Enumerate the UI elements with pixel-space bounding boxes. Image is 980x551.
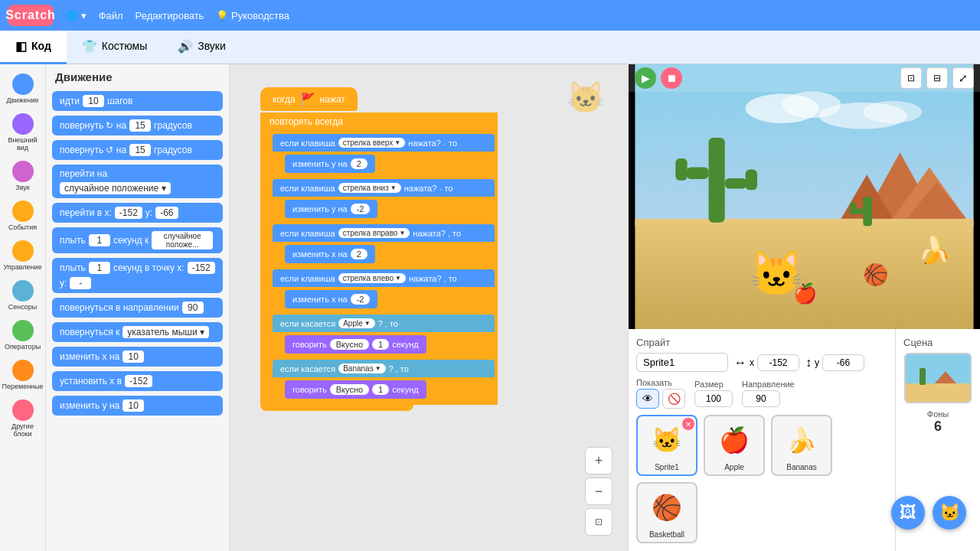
looks-color: [12, 113, 34, 135]
sprite-item-basketball[interactable]: 🏀 Basketball: [636, 482, 697, 543]
if-header-bananas[interactable]: если касается Bananas ▼ ? , то: [273, 360, 495, 377]
fullscreen-button[interactable]: ⤢: [952, 67, 974, 89]
category-sound[interactable]: Звук: [4, 158, 42, 194]
if-header-apple[interactable]: если касается Apple ▼ ? , то: [273, 315, 495, 332]
sprite-item-apple[interactable]: 🍎 Apple: [704, 415, 765, 476]
sprite-x-input[interactable]: [757, 354, 799, 371]
add-backdrop-fab[interactable]: 🖼: [891, 496, 925, 530]
block-change-y[interactable]: изменить у на 10: [52, 396, 223, 416]
control-color: [12, 240, 34, 262]
if-header-right[interactable]: если клавиша стрелка вправо ▼ нажата? , …: [273, 224, 495, 242]
category-motion[interactable]: Движение: [4, 70, 42, 107]
block-point-towards[interactable]: повернуться к указатель мыши ▾: [52, 322, 223, 342]
blocks-panel-title: Движение: [52, 70, 223, 83]
right-panel: ▶ ⏹ ⊡ ⊟ ⤢: [628, 64, 980, 551]
change-y-up[interactable]: изменить у на 2: [285, 155, 375, 173]
block-glide-random[interactable]: плыть 1 секунд к случайное положе...: [52, 227, 223, 253]
scene-thumbnail[interactable]: [904, 353, 972, 403]
category-operators[interactable]: Операторы: [4, 317, 42, 354]
say-yummy-bananas[interactable]: говорить Вкусно 1 секунд: [285, 380, 426, 399]
block-point-direction[interactable]: повернуться в направлении 90: [52, 298, 223, 318]
sprite-item-sprite1[interactable]: ✕ 🐱 Sprite1: [636, 415, 697, 476]
change-x-left[interactable]: изменить х на -2: [285, 290, 377, 308]
motion-color: [12, 73, 34, 95]
sprite-scene-area: Спрайт ↔ x ↕ y: [629, 329, 980, 551]
if-header-down[interactable]: если клавиша стрелка вниз ▼ нажата? , то: [273, 179, 495, 197]
stop-button[interactable]: ⏹: [661, 67, 682, 89]
zoom-in-button[interactable]: +: [585, 447, 612, 474]
code-canvas[interactable]: когда 🚩 нажат повторять всегда если клав…: [230, 64, 628, 551]
if-block-down: если клавиша стрелка вниз ▼ нажата? , то…: [273, 179, 495, 221]
menu-tutorials[interactable]: 💡 Руководства: [216, 10, 289, 21]
sound-color: [12, 161, 34, 182]
basketball-sprite: 🏀: [863, 262, 889, 287]
show-button[interactable]: 👁: [636, 389, 659, 409]
menu-globe[interactable]: 🌐 ▾: [66, 10, 87, 21]
svg-rect-10: [709, 138, 725, 223]
sprite-panel-title: Спрайт: [636, 337, 887, 348]
my-blocks-color: [12, 399, 34, 421]
if-header-left[interactable]: если клавиша стрелка влево ▼ нажата? , т…: [273, 269, 495, 287]
y-label: y: [815, 357, 819, 368]
tab-costumes[interactable]: 👕 Костюмы: [67, 31, 162, 64]
menu-edit[interactable]: Редактировать: [136, 10, 204, 21]
stage-scene: 🐱 🍎 🏀 🍌: [629, 64, 980, 329]
menu-file[interactable]: Файл: [99, 10, 123, 21]
direction-group: Направление: [742, 380, 795, 407]
operators-color: [12, 320, 34, 341]
svg-rect-11: [687, 168, 709, 179]
block-move-steps[interactable]: идти 10 шагов: [52, 91, 223, 111]
if-block-apple: если касается Apple ▼ ? , то говорить Вк…: [273, 315, 495, 357]
hat-block-green-flag[interactable]: когда 🚩 нажат: [260, 87, 358, 111]
sprite-name-input[interactable]: [636, 353, 728, 372]
sprite-y-input[interactable]: [822, 354, 864, 371]
category-my-blocks[interactable]: Другие блоки: [4, 396, 42, 441]
block-glide-xy[interactable]: плыть 1 секунд в точку x: -152 y: -: [52, 258, 223, 293]
small-stage-button[interactable]: ⊡: [900, 67, 922, 89]
change-y-down[interactable]: изменить у на -2: [285, 200, 377, 218]
category-variables[interactable]: Переменные: [4, 357, 42, 393]
sprite-x-group: ↔ x: [734, 354, 799, 371]
stage-view-buttons: ⊡ ⊟ ⤢: [900, 67, 974, 89]
size-input[interactable]: [694, 390, 733, 407]
repeat-block[interactable]: повторять всегда: [260, 112, 498, 131]
sprite-item-bananas[interactable]: 🍌 Bananas: [771, 415, 832, 476]
if-header-up[interactable]: если клавиша стрелка вверх ▼ нажата? , т…: [273, 134, 495, 152]
category-sensors[interactable]: Сенсоры: [4, 277, 42, 314]
scene-panel-title: Сцена: [903, 337, 933, 348]
svg-rect-19: [906, 383, 972, 403]
add-sprite-fab[interactable]: 🐱: [933, 496, 966, 530]
sprite-panel: Спрайт ↔ x ↕ y: [629, 329, 896, 551]
sprites-list: ✕ 🐱 Sprite1 🍎 Apple 🍌 Bananas 🏀 Ba: [636, 415, 887, 543]
scene-thumbnail-svg: [906, 354, 972, 403]
sprite-props-row1: ↔ x ↕ y: [636, 353, 887, 372]
tab-code[interactable]: ◧ Код: [0, 31, 67, 64]
block-change-x[interactable]: изменить х на 10: [52, 347, 223, 367]
change-x-right[interactable]: изменить х на 2: [285, 245, 375, 263]
hide-button[interactable]: 🚫: [662, 389, 685, 409]
if-block-left: если клавиша стрелка влево ▼ нажата? , т…: [273, 269, 495, 311]
direction-input[interactable]: [742, 390, 780, 407]
block-turn-left[interactable]: повернуть ↺ на 15 градусов: [52, 140, 223, 160]
scene-count-value: 6: [934, 419, 942, 435]
green-flag-button[interactable]: ▶: [635, 67, 656, 89]
tab-sounds[interactable]: 🔊 Звуки: [162, 31, 241, 64]
block-goto-xy[interactable]: перейти в x: -152 y: -66: [52, 203, 223, 223]
block-set-x[interactable]: установить х в -152: [52, 371, 223, 391]
fit-button[interactable]: ⊡: [585, 508, 612, 536]
x-label: x: [750, 357, 754, 368]
code-icon: ◧: [15, 39, 27, 54]
svg-rect-13: [725, 178, 747, 188]
large-stage-button[interactable]: ⊟: [926, 67, 948, 89]
sprite-del-sprite1[interactable]: ✕: [682, 418, 694, 430]
say-yummy-apple[interactable]: говорить Вкусно 1 секунд: [285, 335, 426, 354]
category-looks[interactable]: Внешний вид: [4, 110, 42, 155]
category-events[interactable]: События: [4, 197, 42, 234]
scratch-logo: Scratch: [8, 5, 54, 26]
sprite-y-group: ↕ y: [805, 354, 864, 371]
zoom-out-button[interactable]: −: [585, 478, 612, 505]
block-goto-random[interactable]: перейти на случайное положение ▾: [52, 165, 223, 198]
category-control[interactable]: Управление: [4, 237, 42, 274]
main-layout: Движение Внешний вид Звук События Управл…: [0, 64, 980, 551]
block-turn-right[interactable]: повернуть ↻ на 15 градусов: [52, 116, 223, 135]
